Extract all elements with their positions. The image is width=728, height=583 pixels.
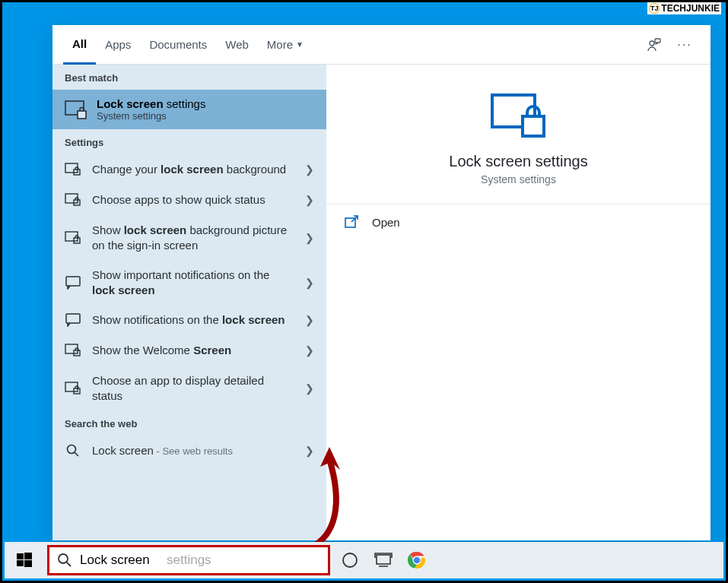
action-open[interactable]: Open xyxy=(326,204,711,239)
monitor-lock-icon xyxy=(65,381,81,396)
settings-result[interactable]: Show lock screen background picture on t… xyxy=(52,215,326,260)
person-feedback-icon xyxy=(647,37,662,52)
chrome-icon xyxy=(408,551,426,569)
settings-result-label: Show important notifications on the lock… xyxy=(92,268,294,297)
preview-subtitle: System settings xyxy=(481,173,556,185)
section-best-match: Best match xyxy=(52,65,326,90)
web-result[interactable]: Lock screen - See web results ❯ xyxy=(52,436,326,466)
cortana-icon xyxy=(342,552,358,569)
settings-result-label: Choose an app to display detailed status xyxy=(92,373,294,403)
svg-rect-20 xyxy=(17,553,24,559)
chevron-right-icon: ❯ xyxy=(305,445,314,457)
svg-rect-10 xyxy=(66,277,80,286)
chevron-right-icon: ❯ xyxy=(305,382,314,394)
results-list: Best match Lock screen settings System s… xyxy=(52,65,326,540)
svg-point-16 xyxy=(68,445,76,454)
section-web: Search the web xyxy=(52,410,326,436)
svg-rect-23 xyxy=(24,560,32,567)
taskbar-search-box[interactable]: settings xyxy=(47,545,330,575)
best-match-subtitle: System settings xyxy=(97,110,205,122)
feedback-button[interactable] xyxy=(639,30,669,60)
action-open-label: Open xyxy=(372,216,400,229)
chevron-right-icon: ❯ xyxy=(305,314,314,326)
svg-rect-26 xyxy=(377,555,390,564)
lock-screen-icon xyxy=(65,100,86,119)
settings-result[interactable]: Choose an app to display detailed status… xyxy=(52,366,326,410)
task-view-icon xyxy=(374,553,393,568)
settings-result[interactable]: Change your lock screen background❯ xyxy=(52,154,326,185)
svg-point-25 xyxy=(343,553,357,567)
watermark-logo-icon: TJ xyxy=(649,3,660,14)
chevron-right-icon: ❯ xyxy=(305,232,314,244)
svg-rect-18 xyxy=(523,116,544,136)
svg-rect-21 xyxy=(24,553,32,559)
start-button[interactable] xyxy=(5,542,44,578)
chevron-down-icon: ▼ xyxy=(296,40,304,49)
chevron-right-icon: ❯ xyxy=(305,277,314,289)
settings-result[interactable]: Choose apps to show quick status❯ xyxy=(52,185,326,215)
chevron-right-icon: ❯ xyxy=(305,344,314,356)
svg-point-29 xyxy=(414,557,421,564)
preview-pane: Lock screen settings System settings Ope… xyxy=(326,65,711,540)
best-match-title: Lock screen settings xyxy=(97,97,205,110)
settings-result[interactable]: Show notifications on the lock screen❯ xyxy=(52,305,326,335)
chevron-right-icon: ❯ xyxy=(305,194,314,206)
tab-all[interactable]: All xyxy=(63,25,96,65)
search-tabs: All Apps Documents Web More▼ ··· xyxy=(52,25,711,65)
tab-documents[interactable]: Documents xyxy=(140,25,216,65)
svg-rect-11 xyxy=(66,314,80,323)
watermark-badge: TJ TECHJUNKIE xyxy=(647,2,721,14)
lock-screen-large-icon xyxy=(489,92,548,139)
open-icon xyxy=(345,215,360,229)
svg-rect-1 xyxy=(655,39,660,43)
more-options-button[interactable]: ··· xyxy=(669,30,700,60)
settings-result-label: Choose apps to show quick status xyxy=(92,192,294,208)
taskbar-app-chrome[interactable] xyxy=(400,542,434,578)
tab-more[interactable]: More▼ xyxy=(258,25,313,65)
watermark-text: TECHJUNKIE xyxy=(661,3,720,14)
settings-result-label: Show the Welcome Screen xyxy=(92,343,294,358)
cortana-button[interactable] xyxy=(333,542,367,578)
settings-result[interactable]: Show important notifications on the lock… xyxy=(52,260,326,305)
settings-result-label: Change your lock screen background xyxy=(92,162,294,177)
search-icon xyxy=(57,553,72,568)
svg-point-24 xyxy=(59,554,68,563)
start-search-panel: All Apps Documents Web More▼ ··· Best ma… xyxy=(52,25,711,540)
ellipsis-icon: ··· xyxy=(677,38,691,52)
settings-result-label: Show notifications on the lock screen xyxy=(92,312,294,328)
monitor-lock-icon xyxy=(65,162,81,177)
chat-icon xyxy=(65,275,81,290)
settings-result[interactable]: Show the Welcome Screen❯ xyxy=(52,335,326,366)
web-result-label: Lock screen - See web results xyxy=(92,443,294,458)
search-hint: settings xyxy=(167,553,211,568)
best-match-result[interactable]: Lock screen settings System settings xyxy=(52,90,326,129)
monitor-lock-icon xyxy=(65,343,81,358)
svg-point-0 xyxy=(650,41,654,46)
tab-apps[interactable]: Apps xyxy=(96,25,140,65)
taskbar: settings xyxy=(5,542,723,578)
search-icon xyxy=(65,443,81,458)
monitor-lock-icon xyxy=(65,192,81,208)
windows-logo-icon xyxy=(17,553,32,568)
chat-icon xyxy=(65,312,81,328)
tab-web[interactable]: Web xyxy=(216,25,258,65)
monitor-lock-icon xyxy=(65,230,81,246)
settings-result-label: Show lock screen background picture on t… xyxy=(92,223,294,252)
svg-rect-22 xyxy=(17,560,24,566)
chevron-right-icon: ❯ xyxy=(305,163,314,176)
task-view-button[interactable] xyxy=(367,542,400,578)
section-settings: Settings xyxy=(52,129,326,154)
svg-rect-3 xyxy=(78,111,86,119)
search-input[interactable] xyxy=(80,553,159,568)
preview-title: Lock screen settings xyxy=(449,153,587,170)
